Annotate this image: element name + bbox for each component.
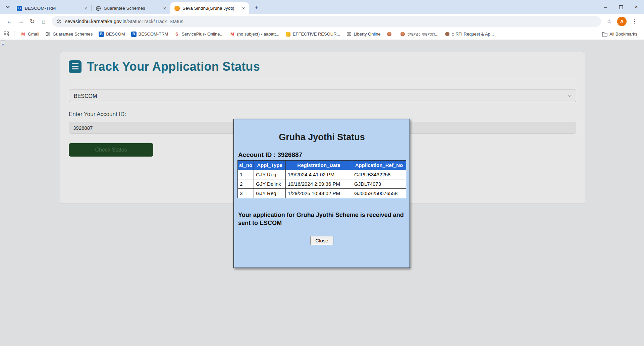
table-cell: GJY Reg <box>254 170 286 179</box>
bookmarks-bar: M Gmail Guarantee Schemes B BESCOM B BES… <box>0 28 644 40</box>
col-appl-type: Appl_Type <box>254 161 286 170</box>
url-path: /StatucTrack/Track_Status <box>126 19 183 24</box>
tune-icon[interactable] <box>56 19 62 24</box>
browser-menu-button[interactable]: ⋮ <box>629 16 640 27</box>
table-cell: 1 <box>238 170 254 179</box>
table-cell: GJY Reg <box>254 189 286 198</box>
table-cell: 10/16/2024 2:09:36 PM <box>286 179 352 189</box>
table-cell: 2 <box>238 179 254 189</box>
table-row: 3 GJY Reg 1/29/2025 10:43:02 PM GJ005S25… <box>238 189 406 198</box>
all-bookmarks-label: All Bookmarks <box>609 32 637 37</box>
modal-title: Gruha Jyothi Status <box>234 132 410 142</box>
col-registration-date: Registration_Date <box>286 161 352 170</box>
tab-title: Guarantee Schemes <box>104 6 159 11</box>
tab-guarantee-schemes[interactable]: Guarantee Schemes × <box>92 2 170 14</box>
bookmark-bescom-trm[interactable]: B BESCOM-TRM <box>128 30 171 38</box>
col-sl-no: sl_no <box>238 161 254 170</box>
chevron-down-icon <box>6 4 9 8</box>
globe-icon <box>45 32 51 37</box>
tab-close-icon[interactable]: × <box>162 5 168 11</box>
globe-favicon <box>96 6 101 11</box>
table-cell: 1/29/2025 10:43:02 PM <box>286 189 352 198</box>
table-row: 1 GJY Reg 1/9/2024 4:41:02 PM GJPUB34322… <box>238 170 406 179</box>
status-message: Your application for Gruha Jyothi Scheme… <box>238 211 406 227</box>
tab-bescom-trm[interactable]: B BESCOM-TRM × <box>13 2 92 14</box>
account-id-line: Account ID : 3926887 <box>238 151 406 159</box>
status-table: sl_no Appl_Type Registration_Date Applic… <box>237 160 406 198</box>
divider <box>14 31 14 37</box>
bookmark-label: ServicePlus- Online... <box>181 32 223 37</box>
bookmark-serviceplus[interactable]: S ServicePlus- Online... <box>171 30 226 38</box>
bookmark-label: (no subject) - aaoatt... <box>237 32 279 37</box>
minimize-button[interactable]: ─ <box>598 0 613 14</box>
folder-icon <box>602 32 607 37</box>
back-button[interactable]: ← <box>4 16 15 27</box>
bookmark-karnataka-emblem[interactable] <box>384 30 397 38</box>
table-cell: GJ005S250076558 <box>352 189 406 198</box>
apps-grid-icon[interactable] <box>4 32 9 37</box>
bookmark-label: BESCOM <box>106 32 125 37</box>
gmail-icon: M <box>20 32 26 37</box>
table-row: 2 GJY Delink 10/16/2024 2:09:36 PM GJDL7… <box>238 179 406 189</box>
bescom-icon: B <box>99 32 104 37</box>
globe-icon <box>346 32 352 37</box>
bookmark-effective-resources[interactable]: EFFECTIVE RESOUR... <box>283 30 343 38</box>
tab-search-button[interactable] <box>3 3 12 11</box>
bookmark-star-icon[interactable]: ☆ <box>604 16 614 27</box>
bookmark-gmail[interactable]: M Gmail <box>18 30 42 38</box>
bookmark-label: Gmail <box>28 32 39 37</box>
bescom-icon: B <box>131 32 137 37</box>
maximize-button[interactable] <box>613 0 629 14</box>
table-cell: GJPUB3432258 <box>352 170 406 179</box>
bookmark-bescom[interactable]: B BESCOM <box>96 30 127 38</box>
bookmark-label: BESCOM-TRM <box>139 32 168 37</box>
bescom-favicon: B <box>17 6 22 11</box>
url-domain: sevasindhu.karnataka.gov.in <box>65 19 126 24</box>
divider <box>596 31 596 37</box>
forward-button[interactable]: → <box>15 16 26 27</box>
tab-close-icon[interactable]: × <box>83 5 89 11</box>
close-window-button[interactable]: × <box>629 0 644 14</box>
profile-avatar[interactable]: A <box>617 17 627 26</box>
col-application-ref-no: Application_Ref_No <box>352 161 406 170</box>
all-bookmarks-button[interactable]: All Bookmarks <box>599 30 640 38</box>
bookmark-guarantee-schemes[interactable]: Guarantee Schemes <box>43 30 95 38</box>
table-cell: 1/9/2024 4:41:02 PM <box>286 170 352 179</box>
browser-toolbar: ← → ↻ ⌂ sevasindhu.karnataka.gov.in/Stat… <box>0 14 644 28</box>
table-header-row: sl_no Appl_Type Registration_Date Applic… <box>238 161 406 170</box>
gruha-jyothi-status-modal: Gruha Jyothi Status Account ID : 3926887… <box>233 119 410 268</box>
karnataka-emblem-icon <box>400 32 406 37</box>
seva-sindhu-favicon <box>174 6 180 11</box>
browser-window: B BESCOM-TRM × Guarantee Schemes × Seva … <box>0 0 644 346</box>
bookmark-label: EFFECTIVE RESOUR... <box>293 32 340 37</box>
window-controls: ─ × <box>598 0 644 14</box>
gmail-icon: M <box>229 32 235 37</box>
url-text: sevasindhu.karnataka.gov.in/StatucTrack/… <box>65 19 183 24</box>
rti-icon <box>444 32 450 37</box>
address-bar[interactable]: sevasindhu.karnataka.gov.in/StatucTrack/… <box>52 16 601 27</box>
tab-title: BESCOM-TRM <box>25 6 80 11</box>
tab-seva-sindhu[interactable]: Seva Sindhu(Gruha Jyoti) × <box>170 2 249 14</box>
karnataka-emblem-icon <box>387 32 392 37</box>
bookmark-label: Guarantee Schemes <box>53 32 93 37</box>
tab-title: Seva Sindhu(Gruha Jyoti) <box>182 6 238 11</box>
bookmark-karnataka-sarkara[interactable]: ಕರ್ನಾಟಕ ಸರ್ಕಾರದ... <box>397 30 441 38</box>
serviceplus-icon: S <box>174 32 179 37</box>
tab-close-icon[interactable]: × <box>240 5 247 11</box>
reload-button[interactable]: ↻ <box>27 16 38 27</box>
close-button[interactable]: Close <box>310 236 333 245</box>
maximize-icon <box>619 5 623 9</box>
page-content: Track Your Application Status BESCOM Ent… <box>0 40 644 346</box>
table-cell: GJY Delink <box>254 179 286 189</box>
table-cell: GJDL74073 <box>352 179 406 189</box>
bookmark-rti-request[interactable]: :: RTI Request & Ap... <box>442 30 497 38</box>
tab-strip: B BESCOM-TRM × Guarantee Schemes × Seva … <box>0 0 644 14</box>
bookmark-label: Liberty Online <box>354 32 380 37</box>
effective-resources-icon <box>285 32 291 37</box>
bookmark-liberty-online[interactable]: Liberty Online <box>343 30 383 38</box>
bookmark-label: :: RTI Request & Ap... <box>452 32 494 37</box>
home-button[interactable]: ⌂ <box>38 16 49 27</box>
bookmark-label: ಕರ್ನಾಟಕ ಸರ್ಕಾರದ... <box>408 32 439 37</box>
bookmark-no-subject[interactable]: M (no subject) - aaoatt... <box>227 30 282 38</box>
new-tab-button[interactable]: + <box>251 2 261 12</box>
